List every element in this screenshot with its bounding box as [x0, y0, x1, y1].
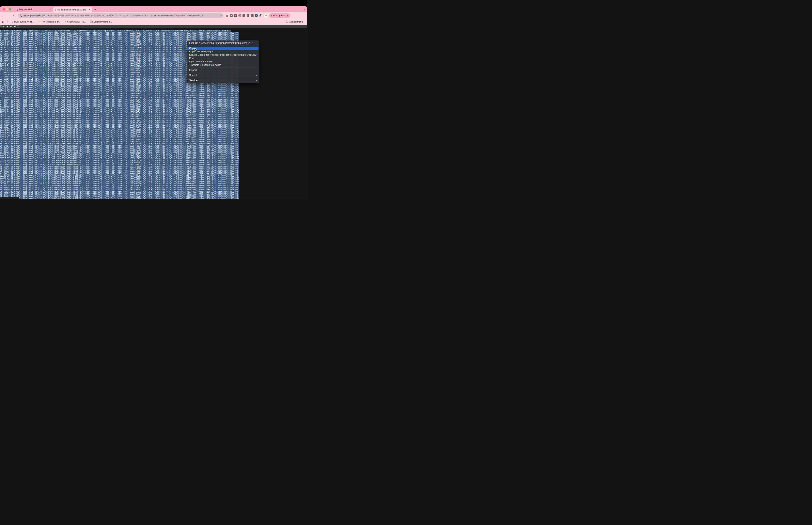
menu-item-label: Print... — [189, 57, 257, 60]
extension-check-icon[interactable]: ✓ — [255, 14, 258, 17]
selected-text: 28T11:12:01.000Z","displayValue":10.3,"i… — [0, 111, 239, 114]
all-bookmarks-button[interactable]: All Bookmarks — [286, 20, 303, 23]
toolbar-divider — [263, 14, 263, 17]
selected-text: 27T18:34:09.000Z","displayValue":11.0,"i… — [0, 96, 239, 99]
selected-text: 30T17:15:43.000Z","displayValue":10.0,"i… — [0, 142, 239, 145]
selected-text: 10T00:07:40.000Z","displayValue":11.5,"i… — [0, 195, 239, 197]
pretty-print-checkbox[interactable] — [17, 25, 19, 28]
back-button[interactable]: ← — [1, 14, 6, 17]
selected-text: 07T08:52:04.000Z","displayValue":19.3,"i… — [0, 176, 239, 178]
bookmark-karaf[interactable]: G karaf bundle won't... — [12, 20, 34, 23]
selected-text: 02T16:57:03.000Z","displayValue":10.5,"i… — [0, 157, 239, 160]
menu-item-search-google-for-series[interactable]: Search Google for “{"series":{"bgHigh":[… — [187, 53, 259, 57]
menu-item-inspect[interactable]: Inspect — [187, 69, 259, 72]
finish-update-label: Finish update — [271, 14, 285, 17]
selected-text: 29T13:09:00.000Z","displayValue":12.0,"i… — [0, 128, 239, 130]
mouse-cursor — [195, 48, 197, 51]
bookmark-thashoutput[interactable]: ✳ tHashOutput - Tal... — [65, 20, 86, 23]
json-line: 03T16:58:19.000Z","displayValue":10.3,"i… — [0, 164, 307, 166]
url-text[interactable]: eu.api.glooko.com/api/v3/graph/data?pati… — [24, 14, 219, 17]
tab-logbookweb[interactable]: g LogbookWeb ✕ — [15, 8, 53, 11]
json-response-body[interactable]: {"series":{"bgHigh":[],"bgNormal":[],"bg… — [0, 28, 307, 199]
zoom-window-button[interactable] — [9, 8, 11, 11]
bookmarks-divider — [282, 20, 282, 23]
url-path: /api/v3/graph/data?patient=eu-west-1-tur… — [40, 14, 205, 17]
selected-text: 29T18:35:22.000Z","displayValue":10.5,"i… — [0, 130, 239, 132]
tab-title: eu.api.glooko.com/api/v3/gra — [58, 9, 87, 11]
pretty-print-label: Pretty print — [0, 25, 16, 28]
site-settings-icon[interactable] — [19, 14, 22, 17]
selected-text: 01T01:43:55.000Z","displayValue":10.0,"i… — [0, 153, 239, 155]
tab-glooko-api-active[interactable]: g eu.api.glooko.com/api/v3/gra ✕ — [53, 7, 92, 12]
close-tab-icon[interactable]: ✕ — [89, 9, 91, 11]
address-bar[interactable]: eu.api.glooko.com/api/v3/graph/data?pati… — [18, 13, 224, 18]
profile-avatar[interactable]: tilhia — [264, 14, 268, 18]
bookmark-star-icon[interactable]: ☆ — [220, 14, 222, 17]
selected-text: 29T09:50:09.000Z","displayValue":14.0,"i… — [0, 124, 239, 126]
menu-item-copy-link-to-highlight[interactable]: Copy Link to Highlight — [187, 50, 259, 53]
json-line: 27T23:35:20.000Z","displayValue":16.5,"i… — [0, 107, 307, 109]
extensions-puzzle-icon[interactable] — [259, 14, 262, 17]
selected-text: 08T02:28:04.000Z","displayValue":11.0,"i… — [0, 184, 239, 187]
selected-text: 28T14:30:11.000Z","displayValue":13.2,"i… — [0, 118, 239, 120]
submenu-chevron-icon: › — [256, 79, 257, 82]
menu-item-services[interactable]: Services› — [187, 79, 259, 82]
selected-text: 30T17:51:39.000Z","displayValue":10.5,"i… — [0, 145, 239, 147]
selected-text: 14T02:57:37.000Z","displayValue":11.0,"i… — [0, 38, 239, 40]
new-tab-button[interactable]: + — [94, 8, 96, 11]
selected-text: 05T16:28:10.000Z","displayValue":11.3,"i… — [0, 168, 239, 170]
menu-item-copy[interactable]: Copy — [187, 47, 259, 50]
menu-item-print[interactable]: Print... — [187, 57, 259, 60]
finish-update-button[interactable]: Finish update ⋮ — [269, 13, 290, 18]
bug-extension-icon[interactable] — [226, 14, 229, 17]
folder-icon — [286, 21, 288, 23]
extension-striped-pink-icon[interactable] — [238, 14, 241, 17]
json-line: 27T18:34:09.000Z","displayValue":11.0,"i… — [0, 97, 307, 99]
menu-item-label: Look Up “{"series":{"bgHigh":[],"bgNorma… — [189, 42, 257, 45]
menu-item-label: Inspect — [189, 69, 257, 72]
tab-title: LogbookWeb — [19, 8, 49, 11]
menu-item-translate-selection-to-e[interactable]: Translate Selection to English — [187, 63, 259, 67]
close-tab-icon[interactable]: ✕ — [50, 8, 52, 11]
bookmark-label: How to create a dr... — [41, 20, 60, 23]
minimize-window-button[interactable] — [6, 8, 8, 11]
selected-text: {"series":{"bgHigh":[],"bgNormal":[],"bg… — [0, 30, 231, 32]
selected-text: 08T00:40:21.000Z","displayValue":11.0,"i… — [0, 180, 239, 182]
bookmark-earthtunnelling-folder[interactable]: Earthtunnelling in... — [90, 20, 112, 23]
json-line: 16T16:01:58.000Z","displayValue":10.0,"i… — [0, 51, 307, 53]
selected-text: 27T23:35:20.000Z","displayValue":16.5,"i… — [0, 107, 239, 109]
selected-text: 29T18:53:43.000Z","displayValue":10.7,"i… — [0, 132, 239, 134]
selected-text: 28T00:22:51.000Z","displayValue":13.5,"i… — [0, 109, 239, 111]
menu-item-look-up-series-bghigh-bg[interactable]: Look Up “{"series":{"bgHigh":[],"bgNorma… — [187, 42, 259, 45]
extension-l2-icon[interactable]: L — [251, 14, 254, 17]
extension-j-icon[interactable]: J — [234, 14, 237, 17]
reload-button[interactable]: ↻ — [12, 14, 17, 17]
selected-text: 28T12:12:21.000Z","displayValue":10.7,"i… — [0, 114, 239, 116]
window-controls — [0, 8, 13, 11]
menu-separator — [189, 73, 257, 73]
selected-text: 28T15:08:54.000Z","displayValue":13.8,"i… — [0, 120, 239, 122]
selected-text: 05T15:06:58.000Z","displayValue":10.5,"i… — [0, 166, 239, 168]
submenu-chevron-icon: › — [256, 74, 257, 77]
bookmark-how-to-create[interactable]: ★ How to create a dr... — [38, 20, 60, 23]
selected-text: 13T16:31:49.000Z","displayValue":12.0,"i… — [0, 36, 239, 38]
menu-item-open-in-reading-mode[interactable]: Open in reading mode — [187, 60, 259, 63]
desktop-black-strip — [0, 0, 307, 6]
json-line: 10T00:07:40.000Z","displayValue":11.5,"i… — [0, 195, 307, 197]
bookmarks-divider — [7, 20, 8, 23]
selected-text: 08T10:31:43.000Z","displayValue":10.5,"i… — [0, 191, 239, 193]
selected-text: 08T17:44:32.000Z","displayValue":10.0,"i… — [0, 193, 239, 195]
url-host: eu.api.glooko.com — [24, 14, 40, 17]
extension-h-icon[interactable]: H — [230, 14, 233, 17]
apps-grid-icon[interactable] — [2, 21, 4, 23]
selected-text: 28T13:16:13.000Z","displayValue":10.8,"i… — [0, 115, 239, 118]
tab-search-chevron-icon[interactable]: ⌄ — [304, 8, 305, 11]
extension-l1-icon[interactable]: L — [247, 14, 249, 17]
kebab-menu-icon[interactable]: ⋮ — [287, 14, 289, 17]
selected-text: 03T15:28:50.000Z","displayValue":12.5,"i… — [0, 161, 239, 164]
menu-item-speech[interactable]: Speech› — [187, 74, 259, 77]
selected-text: 02T12:59:13.000Z","displayValue":12.8,"i… — [0, 155, 239, 158]
close-window-button[interactable] — [3, 8, 5, 11]
extension-t-icon[interactable]: T — [243, 14, 245, 17]
forward-button[interactable]: → — [6, 14, 12, 17]
